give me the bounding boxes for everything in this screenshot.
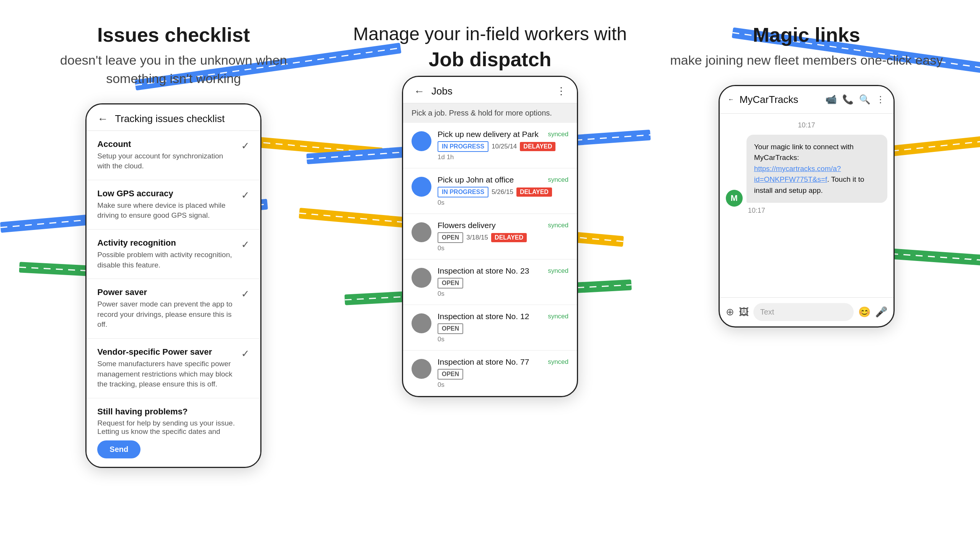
check-icon-activity: ✓ bbox=[241, 239, 250, 251]
job-time-2: 0s bbox=[438, 199, 568, 207]
more-options-icon[interactable]: ⋮ bbox=[876, 94, 885, 105]
job-title-5: Inspection at store No. 12 bbox=[438, 312, 529, 321]
job-avatar-6 bbox=[412, 359, 431, 379]
send-button[interactable]: Send bbox=[97, 440, 140, 458]
job-time-3: 0s bbox=[438, 245, 568, 252]
magic-heading: Magic links bbox=[753, 23, 860, 47]
back-arrow-icon[interactable]: ← bbox=[97, 113, 108, 125]
checklist-subheading: doesn't leave you in the unknown when so… bbox=[31, 51, 317, 88]
job-item-2[interactable]: Pick up John at office synced IN PROGRES… bbox=[403, 168, 577, 214]
avatar-letter: M bbox=[731, 193, 738, 203]
checklist-item-vendor: Vendor-specific Power saver Some manufac… bbox=[87, 339, 260, 398]
jobs-heading-normal: Manage your in-field workers with bbox=[353, 23, 627, 45]
job-time-6: 0s bbox=[438, 381, 568, 389]
check-icon-account: ✓ bbox=[241, 140, 250, 152]
messages-header: ← MyCarTracks 📹 📞 🔍 ⋮ bbox=[720, 86, 893, 114]
tag-open-5: OPEN bbox=[438, 323, 463, 334]
job-item-6[interactable]: Inspection at store No. 77 synced OPEN 0… bbox=[403, 350, 577, 396]
job-title-2: Pick up John at office bbox=[438, 175, 514, 184]
page-wrapper: Issues checklist doesn't leave you in th… bbox=[0, 0, 980, 551]
tag-open-6: OPEN bbox=[438, 369, 463, 380]
search-icon[interactable]: 🔍 bbox=[859, 94, 871, 105]
mic-icon[interactable]: 🎤 bbox=[875, 306, 887, 318]
job-synced-3: synced bbox=[548, 222, 568, 229]
tag-in-progress-2: IN PROGRESS bbox=[438, 187, 488, 197]
checklist-phone-title: Tracking issues checklist bbox=[115, 113, 250, 125]
checklist-item-account: Account Setup your account for synchroni… bbox=[87, 131, 260, 180]
item-desc-activity: Possible problem with activity recogniti… bbox=[97, 250, 236, 270]
item-desc-gps: Make sure where device is placed while d… bbox=[97, 201, 236, 221]
job-avatar-2 bbox=[412, 177, 431, 197]
job-item-3[interactable]: Flowers delivery synced OPEN 3/18/15 DEL… bbox=[403, 214, 577, 259]
job-synced-2: synced bbox=[548, 176, 568, 184]
jobs-more-icon[interactable]: ⋮ bbox=[556, 85, 566, 97]
checklist-item-power: Power saver Power saver mode can prevent… bbox=[87, 279, 260, 339]
magic-phone-title: MyCarTracks bbox=[740, 94, 820, 106]
job-title-6: Inspection at store No. 77 bbox=[438, 357, 529, 367]
job-date-2: 5/26/15 bbox=[492, 188, 513, 196]
checklist-heading: Issues checklist bbox=[97, 23, 250, 47]
job-date-1: 10/25/14 bbox=[492, 143, 517, 150]
item-title-power: Power saver bbox=[97, 287, 236, 297]
emoji-icon[interactable]: 😊 bbox=[858, 306, 871, 318]
job-time-1: 1d 1h bbox=[438, 153, 568, 161]
magic-link[interactable]: https://mycartracks.com/a?id=ONKPFW775T&… bbox=[754, 165, 841, 184]
jobs-back-arrow-icon[interactable]: ← bbox=[414, 85, 425, 98]
job-avatar-1 bbox=[412, 131, 431, 151]
messages-body: 10:17 M Your magic link to connect with … bbox=[720, 114, 893, 297]
item-desc-account: Setup your account for synchronization w… bbox=[97, 151, 236, 171]
job-synced-6: synced bbox=[548, 358, 568, 366]
magic-subheading: make joining new fleet members one-click… bbox=[670, 51, 942, 70]
video-call-icon[interactable]: 📹 bbox=[825, 94, 837, 105]
jobs-phone: ← Jobs ⋮ Pick a job. Press & hold for mo… bbox=[402, 76, 578, 397]
job-date-3: 3/18/15 bbox=[466, 234, 488, 241]
checklist-list: Account Setup your account for synchroni… bbox=[87, 131, 260, 467]
job-synced-4: synced bbox=[548, 267, 568, 275]
check-icon-vendor: ✓ bbox=[241, 348, 250, 360]
tag-delayed-2: DELAYED bbox=[516, 187, 552, 197]
add-attachment-icon[interactable]: ⊕ bbox=[726, 306, 734, 318]
msg-timestamp-2: 10:17 bbox=[726, 207, 887, 215]
tag-delayed-1: DELAYED bbox=[520, 142, 555, 151]
checklist-item-gps: Low GPS accuracy Make sure where device … bbox=[87, 180, 260, 230]
job-avatar-4 bbox=[412, 268, 431, 288]
job-item-5[interactable]: Inspection at store No. 12 synced OPEN 0… bbox=[403, 305, 577, 350]
image-icon[interactable]: 🖼 bbox=[739, 306, 749, 318]
tag-in-progress-1: IN PROGRESS bbox=[438, 141, 488, 152]
still-problems-desc: Request for help by sending us your issu… bbox=[97, 419, 250, 436]
column-jobs: Manage your in-field workers with Job di… bbox=[347, 23, 633, 397]
job-item-4[interactable]: Inspection at store No. 23 synced OPEN 0… bbox=[403, 259, 577, 305]
item-desc-vendor: Some manufacturers have specific power m… bbox=[97, 359, 236, 390]
item-desc-power: Power saver mode can prevent the app to … bbox=[97, 299, 236, 330]
jobs-heading-bold: Job dispatch bbox=[429, 47, 552, 71]
job-item-1[interactable]: Pick up new delivery at Park synced IN P… bbox=[403, 123, 577, 168]
job-avatar-5 bbox=[412, 313, 431, 333]
messages-footer: ⊕ 🖼 Text 😊 🎤 bbox=[720, 297, 893, 326]
item-title-account: Account bbox=[97, 139, 236, 149]
item-title-activity: Activity recognition bbox=[97, 238, 236, 248]
item-title-gps: Low GPS accuracy bbox=[97, 189, 236, 199]
jobs-phone-title: Jobs bbox=[431, 85, 556, 97]
sender-avatar: M bbox=[726, 190, 743, 207]
message-input[interactable]: Text bbox=[753, 303, 854, 321]
job-synced-5: synced bbox=[548, 313, 568, 320]
job-time-4: 0s bbox=[438, 290, 568, 298]
item-title-vendor: Vendor-specific Power saver bbox=[97, 347, 236, 357]
job-time-5: 0s bbox=[438, 336, 568, 343]
job-title-3: Flowers delivery bbox=[438, 221, 496, 230]
job-title-1: Pick up new delivery at Park bbox=[438, 130, 539, 139]
jobs-hint: Pick a job. Press & hold for more option… bbox=[403, 103, 577, 123]
check-icon-gps: ✓ bbox=[241, 189, 250, 201]
tag-open-3: OPEN bbox=[438, 232, 463, 243]
magic-back-arrow-icon[interactable]: ← bbox=[728, 96, 734, 103]
job-title-4: Inspection at store No. 23 bbox=[438, 266, 529, 276]
magic-phone: ← MyCarTracks 📹 📞 🔍 ⋮ 10:17 M Your magic… bbox=[719, 85, 895, 328]
msg-bubble-1: Your magic link to connect with MyCarTra… bbox=[746, 135, 887, 203]
phone-call-icon[interactable]: 📞 bbox=[842, 94, 854, 105]
checklist-item-activity: Activity recognition Possible problem wi… bbox=[87, 230, 260, 279]
tag-delayed-3: DELAYED bbox=[491, 233, 527, 242]
jobs-phone-header: ← Jobs ⋮ bbox=[403, 77, 577, 103]
still-problems-section: Still having problems? Request for help … bbox=[87, 398, 260, 467]
checklist-phone: ← Tracking issues checklist Account Setu… bbox=[85, 103, 261, 468]
column-checklist: Issues checklist doesn't leave you in th… bbox=[31, 23, 317, 468]
